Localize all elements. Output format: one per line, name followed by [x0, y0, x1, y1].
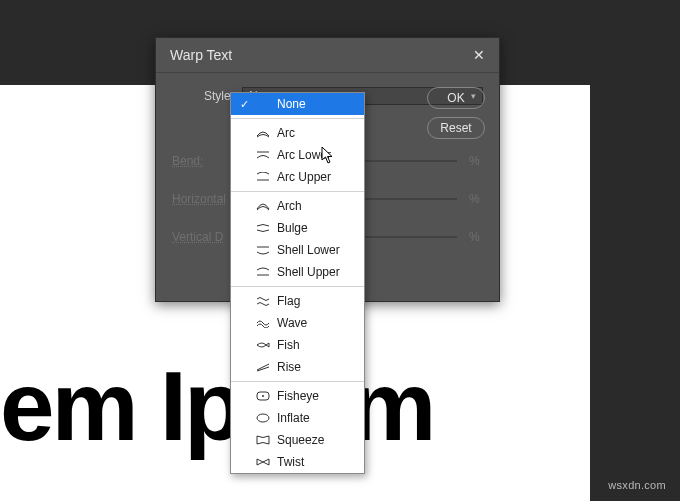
dropdown-item-label: Inflate [277, 410, 310, 426]
dropdown-item-flag[interactable]: Flag [231, 290, 364, 312]
dropdown-item-label: Arc [277, 125, 295, 141]
dropdown-item-label: Shell Lower [277, 242, 340, 258]
dropdown-item-squeeze[interactable]: Squeeze [231, 429, 364, 451]
fisheye-icon [256, 390, 270, 402]
dropdown-item-rise[interactable]: Rise [231, 356, 364, 378]
sample-text: em Ipsum [0, 350, 433, 463]
close-icon[interactable]: ✕ [471, 47, 487, 63]
hdist-pct: % [469, 192, 483, 206]
rise-icon [256, 361, 270, 373]
twist-icon [256, 456, 270, 468]
style-dropdown[interactable]: ✓NoneArcArc LowerArc UpperArchBulgeShell… [230, 92, 365, 474]
dropdown-item-arch[interactable]: Arch [231, 195, 364, 217]
dropdown-item-label: Arc Lower [277, 147, 331, 163]
arc-upper-icon [256, 171, 270, 183]
squeeze-icon [256, 434, 270, 446]
dropdown-item-label: Flag [277, 293, 300, 309]
dropdown-item-shell-upper[interactable]: Shell Upper [231, 261, 364, 283]
dropdown-item-twist[interactable]: Twist [231, 451, 364, 473]
dropdown-item-label: Twist [277, 454, 304, 470]
dropdown-item-label: Wave [277, 315, 307, 331]
bend-pct: % [469, 154, 483, 168]
wave-icon [256, 317, 270, 329]
check-icon: ✓ [239, 96, 249, 112]
arc-lower-icon [256, 149, 270, 161]
dropdown-item-fisheye[interactable]: Fisheye [231, 385, 364, 407]
dropdown-item-label: Arch [277, 198, 302, 214]
watermark: wsxdn.com [608, 479, 666, 491]
svg-point-2 [257, 414, 269, 422]
inflate-icon [256, 412, 270, 424]
svg-point-1 [262, 395, 264, 397]
dropdown-item-arc-upper[interactable]: Arc Upper [231, 166, 364, 188]
vdist-pct: % [469, 230, 483, 244]
dropdown-item-label: None [277, 96, 306, 112]
shell-lower-icon [256, 244, 270, 256]
dropdown-item-wave[interactable]: Wave [231, 312, 364, 334]
dialog-titlebar[interactable]: Warp Text ✕ [156, 38, 499, 73]
dropdown-item-label: Arc Upper [277, 169, 331, 185]
dropdown-separator [231, 191, 364, 192]
fish-icon [256, 339, 270, 351]
dropdown-item-label: Fish [277, 337, 300, 353]
dropdown-item-label: Fisheye [277, 388, 319, 404]
bulge-icon [256, 222, 270, 234]
dropdown-item-label: Shell Upper [277, 264, 340, 280]
reset-button[interactable]: Reset [427, 117, 485, 139]
dropdown-item-label: Bulge [277, 220, 308, 236]
arc-icon [256, 127, 270, 139]
dropdown-item-none[interactable]: ✓None [231, 93, 364, 115]
dropdown-item-shell-lower[interactable]: Shell Lower [231, 239, 364, 261]
dropdown-item-arc-lower[interactable]: Arc Lower [231, 144, 364, 166]
dropdown-item-bulge[interactable]: Bulge [231, 217, 364, 239]
dropdown-item-arc[interactable]: Arc [231, 122, 364, 144]
dropdown-separator [231, 381, 364, 382]
dropdown-item-label: Rise [277, 359, 301, 375]
ok-button[interactable]: OK [427, 87, 485, 109]
flag-icon [256, 295, 270, 307]
arch-icon [256, 200, 270, 212]
shell-upper-icon [256, 266, 270, 278]
dialog-title: Warp Text [170, 47, 232, 63]
dropdown-item-fish[interactable]: Fish [231, 334, 364, 356]
dropdown-item-inflate[interactable]: Inflate [231, 407, 364, 429]
dropdown-item-label: Squeeze [277, 432, 324, 448]
dropdown-separator [231, 118, 364, 119]
dropdown-separator [231, 286, 364, 287]
